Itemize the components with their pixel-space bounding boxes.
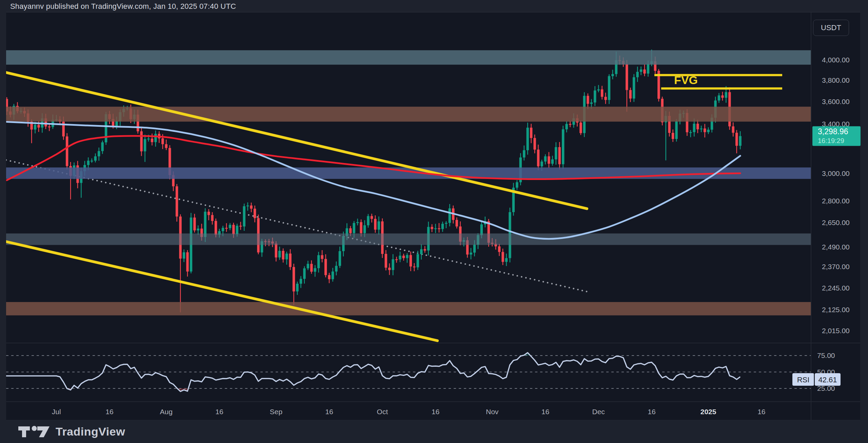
- resistance-zone-3400: [6, 107, 811, 122]
- support-zone-2125: [6, 302, 811, 315]
- support-zone-3000: [6, 167, 811, 179]
- time-label: Oct: [377, 408, 388, 416]
- price-label: 3,000.00: [822, 169, 850, 177]
- rsi-value: 42.61: [818, 376, 837, 384]
- price-label: 2,125.00: [822, 306, 850, 314]
- rsi-level-label: 75.00: [817, 351, 835, 359]
- time-label: 2025: [701, 408, 716, 416]
- time-label: 16: [325, 408, 333, 416]
- price-label: 3,600.00: [822, 98, 850, 105]
- tradingview-screenshot: FVG4,000.003,800.003,600.003,400.003,000…: [0, 0, 868, 443]
- price-chart-canvas[interactable]: FVG4,000.003,800.003,600.003,400.003,000…: [0, 0, 868, 443]
- support-zone-2550: [6, 234, 811, 245]
- time-label: Dec: [592, 408, 605, 416]
- candle: [657, 69, 660, 102]
- tradingview-logo-text: TradingView: [56, 425, 125, 438]
- currency-toggle-label: USDT: [821, 23, 841, 32]
- last-price-text: 3,298.96: [818, 127, 848, 136]
- time-label: Aug: [160, 408, 173, 416]
- time-label: Nov: [486, 408, 499, 416]
- price-label: 2,370.00: [822, 263, 850, 270]
- candle: [562, 126, 564, 169]
- time-label: Sep: [270, 408, 282, 416]
- chart-background: [6, 12, 860, 420]
- rsi-badge-label: RSI: [797, 376, 810, 384]
- resistance-zone-4000: [6, 50, 811, 65]
- time-label: 16: [432, 408, 439, 416]
- candle: [608, 74, 610, 104]
- candle: [176, 184, 178, 222]
- price-label: 2,245.00: [822, 284, 850, 292]
- price-label: 2,015.00: [822, 327, 850, 335]
- footer-bar: TradingView: [0, 420, 868, 443]
- time-label: 16: [105, 408, 113, 416]
- fvg-label: FVG: [674, 74, 698, 86]
- price-label: 3,800.00: [822, 76, 850, 84]
- countdown-timer: 16:19:29: [818, 137, 844, 144]
- price-label: 2,490.00: [822, 243, 850, 251]
- rsi-badge: RSI42.61: [792, 373, 841, 386]
- last-price-badge: 3,298.9616:19:29: [812, 126, 861, 146]
- publication-caption: Shayannv published on TradingView.com, J…: [10, 2, 236, 11]
- time-label: 16: [757, 408, 765, 416]
- tradingview-logo-icon: [18, 424, 50, 439]
- currency-toggle-usdt[interactable]: USDT: [813, 20, 849, 36]
- candle: [633, 74, 635, 102]
- tradingview-logo[interactable]: TradingView: [18, 424, 125, 439]
- candle: [512, 183, 515, 216]
- candle: [579, 121, 582, 135]
- candle: [675, 119, 677, 142]
- price-label: 2,650.00: [822, 219, 850, 226]
- time-label: 16: [648, 408, 655, 416]
- time-label: Jul: [52, 408, 61, 416]
- time-label: 16: [215, 408, 223, 416]
- price-label: 2,800.00: [822, 197, 850, 205]
- candle: [66, 133, 68, 169]
- time-label: 16: [541, 408, 549, 416]
- price-label: 4,000.00: [822, 56, 850, 64]
